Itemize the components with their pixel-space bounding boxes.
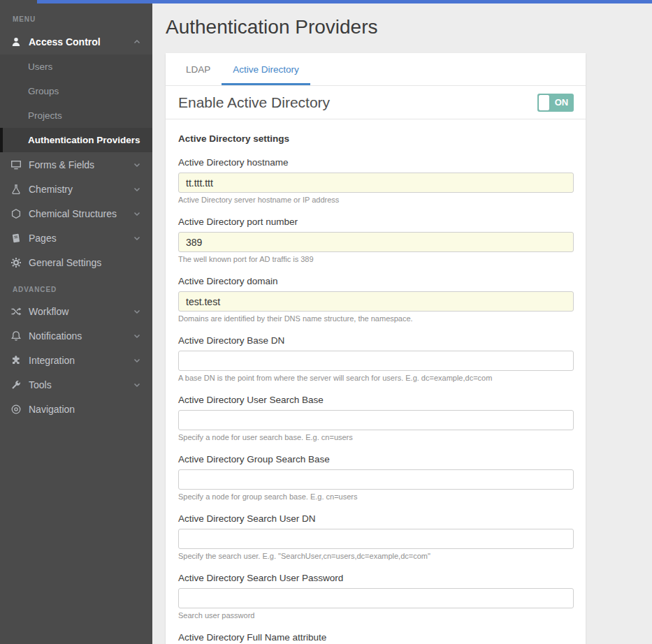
field-active-directory-user-search-base: Active Directory User Search BaseSpecify… — [178, 395, 574, 441]
field-help-text: Domains are identified by their DNS name… — [178, 314, 574, 323]
sidebar-item-label: Chemistry — [29, 184, 133, 195]
field-help-text: Search user password — [178, 611, 574, 620]
field-active-directory-search-user-password: Active Directory Search User PasswordSea… — [178, 573, 574, 620]
sidebar-main-menu: Forms & FieldsChemistryChemical Structur… — [0, 152, 152, 275]
field-label: Active Directory Search User DN — [178, 513, 574, 525]
hexagon-icon — [10, 207, 22, 219]
page-title: Authentication Providers — [166, 15, 652, 38]
settings-heading: Active Directory settings — [178, 133, 574, 145]
toggle-label: ON — [549, 97, 574, 108]
tab-ldap[interactable]: LDAP — [175, 53, 222, 85]
book-icon — [10, 232, 22, 244]
sidebar-item-label: Forms & Fields — [29, 159, 133, 170]
active-directory-base-dn-input[interactable] — [178, 351, 574, 371]
field-help-text: Specify a node for group search base. E.… — [178, 492, 574, 501]
field-label: Active Directory Search User Password — [178, 573, 574, 584]
shuffle-icon — [10, 305, 22, 317]
sidebar-item-groups[interactable]: Groups — [0, 79, 152, 103]
field-help-text: The well known port for AD traffic is 38… — [178, 255, 574, 263]
flask-icon — [10, 183, 22, 195]
field-help-text: Specify a node for user search base. E.g… — [178, 433, 574, 441]
top-loading-bar — [37, 0, 652, 3]
tab-active-directory[interactable]: Active Directory — [222, 53, 310, 85]
active-directory-user-search-base-input[interactable] — [178, 410, 574, 430]
sidebar-item-pages[interactable]: Pages — [0, 226, 152, 250]
chevron-down-icon — [133, 161, 141, 169]
sidebar-item-label: Pages — [29, 233, 133, 244]
chevron-up-icon — [133, 38, 141, 46]
wrench-icon — [10, 379, 22, 390]
field-active-directory-hostname: Active Directory hostnameActive Director… — [178, 157, 574, 204]
sidebar-item-chemical-structures[interactable]: Chemical Structures — [0, 201, 152, 226]
field-label: Active Directory Full Name attribute — [178, 632, 574, 643]
sidebar-item-authentication-providers[interactable]: Authentication Providers — [0, 128, 152, 152]
sidebar-item-general-settings[interactable]: General Settings — [0, 250, 152, 275]
chevron-down-icon — [133, 332, 141, 340]
sidebar-item-chemistry[interactable]: Chemistry — [0, 177, 152, 201]
field-help-text: Active Directory server hostname or IP a… — [178, 196, 574, 204]
sidebar-item-tools[interactable]: Tools — [0, 372, 152, 397]
field-label: Active Directory Base DN — [178, 335, 574, 346]
sidebar-item-label: Integration — [29, 355, 133, 366]
content-card: LDAPActive Directory Enable Active Direc… — [166, 53, 586, 644]
active-directory-group-search-base-input[interactable] — [178, 469, 574, 490]
field-active-directory-base-dn: Active Directory Base DNA base DN is the… — [178, 335, 574, 382]
active-directory-domain-input[interactable] — [178, 291, 574, 312]
gear-icon — [10, 256, 22, 268]
field-active-directory-group-search-base: Active Directory Group Search BaseSpecif… — [178, 454, 574, 501]
chevron-down-icon — [133, 307, 141, 316]
monitor-icon — [10, 159, 22, 170]
sidebar-item-users[interactable]: Users — [0, 54, 152, 79]
toggle-knob — [539, 95, 549, 110]
sidebar-item-label: Notifications — [29, 330, 133, 342]
enable-section: Enable Active Directory ON — [166, 86, 586, 119]
enable-toggle[interactable]: ON — [537, 94, 574, 112]
sidebar-item-workflow[interactable]: Workflow — [0, 299, 152, 323]
field-active-directory-full-name-attribute: Active Directory Full Name attribute — [178, 632, 574, 644]
compass-icon — [10, 403, 22, 415]
tab-bar: LDAPActive Directory — [166, 53, 586, 86]
chevron-down-icon — [133, 234, 141, 242]
field-label: Active Directory User Search Base — [178, 395, 574, 406]
active-directory-search-user-dn-input[interactable] — [178, 529, 574, 549]
user-icon — [10, 36, 22, 48]
settings-section: Active Directory settings Active Directo… — [166, 119, 586, 644]
sidebar-item-projects[interactable]: Projects — [0, 103, 152, 128]
sidebar-item-navigation[interactable]: Navigation — [0, 397, 152, 421]
sidebar-item-label: General Settings — [29, 257, 141, 268]
sidebar-item-integration[interactable]: Integration — [0, 348, 152, 372]
sidebar-item-label: Navigation — [29, 404, 141, 415]
active-directory-port-number-input[interactable] — [178, 232, 574, 252]
sidebar-item-access-control[interactable]: Access Control — [0, 29, 152, 54]
puzzle-icon — [10, 354, 22, 366]
chevron-down-icon — [133, 210, 141, 218]
main-content: Authentication Providers LDAPActive Dire… — [152, 15, 652, 644]
active-directory-search-user-password-input[interactable] — [178, 588, 574, 608]
field-help-text: A base DN is the point from where the se… — [178, 374, 574, 382]
chevron-down-icon — [133, 185, 141, 193]
field-help-text: Specify the search user. E.g. "SearchUse… — [178, 552, 574, 560]
settings-fields: Active Directory hostnameActive Director… — [178, 157, 574, 644]
field-active-directory-domain: Active Directory domainDomains are ident… — [178, 276, 574, 323]
field-active-directory-search-user-dn: Active Directory Search User DNSpecify t… — [178, 513, 574, 560]
field-label: Active Directory hostname — [178, 157, 574, 168]
sidebar: MENU Access Control UsersGroupsProjectsA… — [0, 0, 152, 644]
sidebar-item-notifications[interactable]: Notifications — [0, 323, 152, 348]
bell-icon — [10, 330, 22, 342]
field-active-directory-port-number: Active Directory port numberThe well kno… — [178, 217, 574, 263]
field-label: Active Directory Group Search Base — [178, 454, 574, 465]
sidebar-item-label: Tools — [29, 379, 133, 390]
sidebar-item-label: Access Control — [29, 36, 133, 47]
sidebar-item-label: Workflow — [29, 306, 133, 317]
sidebar-item-label: Chemical Structures — [29, 208, 133, 219]
field-label: Active Directory port number — [178, 217, 574, 228]
enable-heading: Enable Active Directory — [178, 94, 330, 111]
chevron-down-icon — [133, 381, 141, 389]
advanced-heading: ADVANCED — [0, 275, 152, 299]
chevron-down-icon — [133, 356, 141, 365]
sidebar-advanced-menu: WorkflowNotificationsIntegrationToolsNav… — [0, 299, 152, 421]
access-control-submenu: UsersGroupsProjectsAuthentication Provid… — [0, 54, 152, 152]
sidebar-item-forms-fields[interactable]: Forms & Fields — [0, 152, 152, 177]
field-label: Active Directory domain — [178, 276, 574, 287]
active-directory-hostname-input[interactable] — [178, 173, 574, 193]
